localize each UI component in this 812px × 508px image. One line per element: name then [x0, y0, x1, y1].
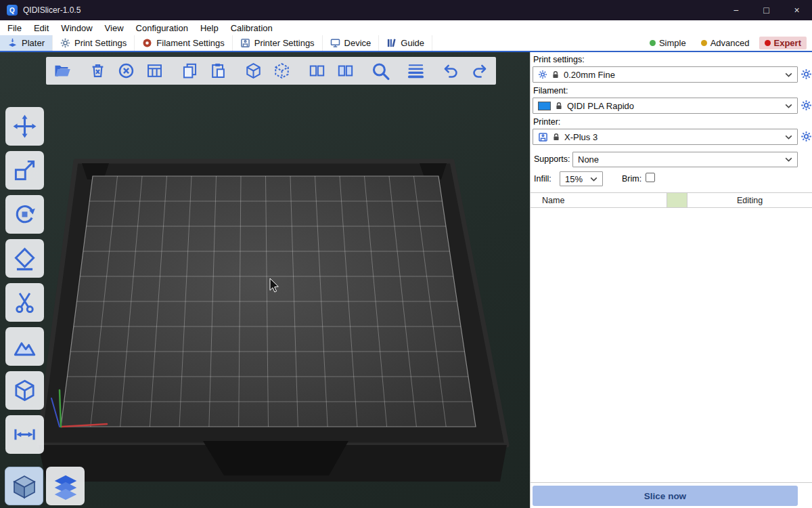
- open-project-button[interactable]: [53, 60, 72, 82]
- mode-simple-label: Simple: [659, 38, 686, 48]
- paste-button[interactable]: [208, 60, 228, 82]
- arrange-button[interactable]: [145, 60, 164, 82]
- filament-value: QIDI PLA Rapido: [567, 101, 781, 111]
- tab-printer-settings[interactable]: Printer Settings: [233, 35, 323, 51]
- mode-switcher: Simple Advanced Expert: [644, 35, 812, 51]
- variable-layer-height-button[interactable]: [406, 60, 426, 82]
- close-button[interactable]: ×: [782, 0, 812, 20]
- object-list-header: Name Editing: [531, 193, 812, 208]
- trash-icon: [89, 62, 107, 80]
- undo-icon: [442, 62, 460, 80]
- ruler-tool-button[interactable]: [5, 415, 44, 454]
- menu-view[interactable]: View: [99, 20, 130, 35]
- plater-icon: [7, 38, 18, 48]
- split-to-objects-button[interactable]: [307, 60, 327, 82]
- delete-button[interactable]: [88, 60, 108, 82]
- tab-device[interactable]: Device: [323, 35, 380, 51]
- preview-layers-icon: [52, 473, 79, 500]
- main-area: Print settings: 0.20mm Fine: [0, 52, 812, 508]
- paste-icon: [209, 62, 227, 80]
- move-icon: [12, 114, 37, 139]
- tab-printer-settings-label: Printer Settings: [254, 38, 315, 48]
- tab-print-settings[interactable]: Print Settings: [53, 35, 135, 51]
- chevron-down-icon: [785, 135, 792, 140]
- menu-help[interactable]: Help: [194, 20, 225, 35]
- expert-dot-icon: [765, 40, 771, 46]
- menu-bar: File Edit Window View Configuration Help…: [0, 20, 812, 35]
- maximize-button[interactable]: □: [751, 0, 782, 20]
- tab-plater[interactable]: Plater: [0, 35, 53, 51]
- gear-icon: [800, 68, 812, 80]
- add-instance-button[interactable]: [244, 60, 263, 82]
- mode-simple[interactable]: Simple: [644, 37, 692, 49]
- tab-guide[interactable]: Guide: [379, 35, 432, 51]
- menu-calibration[interactable]: Calibration: [225, 20, 279, 35]
- minimize-button[interactable]: −: [721, 0, 751, 20]
- search-icon: [371, 60, 390, 82]
- print-settings-gear-button[interactable]: [800, 68, 812, 81]
- window-controls: − □ ×: [721, 0, 812, 20]
- redo-button[interactable]: [470, 60, 489, 82]
- undo-button[interactable]: [441, 60, 461, 82]
- mode-advanced[interactable]: Advanced: [696, 37, 755, 49]
- printer-gear-button[interactable]: [800, 131, 812, 143]
- settings-sidebar: Print settings: 0.20mm Fine: [530, 52, 812, 508]
- bed-3d-scene[interactable]: [0, 52, 530, 508]
- print-bed-handle: [203, 441, 348, 475]
- printer-value: X-Plus 3: [564, 132, 781, 142]
- mode-expert[interactable]: Expert: [759, 37, 807, 49]
- measure-cube-icon: [12, 378, 37, 403]
- delete-all-button[interactable]: [116, 60, 136, 82]
- add-instance-cube-icon: [244, 62, 263, 80]
- copy-button[interactable]: [180, 60, 200, 82]
- paint-supports-tool-button[interactable]: [5, 327, 44, 366]
- menu-window[interactable]: Window: [55, 20, 98, 35]
- supports-value: None: [578, 154, 781, 165]
- object-list-body[interactable]: [531, 208, 812, 483]
- copy-icon: [181, 62, 199, 80]
- tab-filament-settings[interactable]: Filament Settings: [135, 35, 232, 51]
- measure-tool-button[interactable]: [5, 371, 44, 410]
- scale-tool-button[interactable]: [5, 151, 44, 190]
- slice-now-button[interactable]: Slice now: [533, 486, 798, 506]
- split-parts-icon: [336, 62, 355, 80]
- preview-view-button[interactable]: [46, 467, 85, 505]
- editor-view-button[interactable]: [5, 467, 43, 505]
- split-to-parts-button[interactable]: [336, 60, 355, 82]
- gear-icon: [538, 70, 547, 79]
- scissors-icon: [12, 290, 37, 315]
- filament-combo[interactable]: QIDI PLA Rapido: [533, 98, 798, 114]
- tab-guide-label: Guide: [401, 38, 424, 48]
- paint-supports-icon: [12, 334, 37, 359]
- supports-label: Supports:: [534, 154, 570, 164]
- menu-file[interactable]: File: [1, 20, 28, 35]
- remove-instance-cube-icon: [273, 62, 291, 80]
- title-bar: Q QIDISlicer-1.0.5 − □ ×: [0, 0, 812, 20]
- move-tool-button[interactable]: [5, 107, 44, 146]
- brim-checkbox[interactable]: [646, 173, 655, 182]
- printer-combo[interactable]: X-Plus 3: [533, 129, 798, 145]
- menu-edit[interactable]: Edit: [28, 20, 55, 35]
- app-logo-icon: Q: [7, 5, 18, 16]
- menu-configuration[interactable]: Configuration: [130, 20, 194, 35]
- lock-icon: [551, 70, 560, 79]
- tab-bar: Plater Print Settings Filament Settings: [0, 35, 812, 52]
- rotate-icon: [12, 202, 37, 227]
- plater-toolbar: [46, 57, 496, 85]
- printer-label: Printer:: [533, 117, 560, 127]
- filament-gear-button[interactable]: [800, 100, 812, 112]
- mode-advanced-label: Advanced: [710, 38, 750, 48]
- cut-tool-button[interactable]: [5, 283, 44, 322]
- object-list[interactable]: Name Editing: [531, 192, 812, 483]
- supports-combo[interactable]: None: [572, 152, 798, 167]
- print-settings-value: 0.20mm Fine: [564, 70, 781, 80]
- rotate-tool-button[interactable]: [5, 195, 44, 234]
- print-settings-combo[interactable]: 0.20mm Fine: [533, 66, 798, 83]
- search-button[interactable]: [371, 60, 390, 82]
- place-on-face-tool-button[interactable]: [5, 239, 44, 278]
- infill-combo[interactable]: 15%: [560, 171, 603, 186]
- remove-instance-button[interactable]: [272, 60, 292, 82]
- print-settings-gear-icon: [60, 38, 70, 48]
- column-editing: Editing: [687, 193, 812, 207]
- tab-plater-label: Plater: [22, 38, 45, 48]
